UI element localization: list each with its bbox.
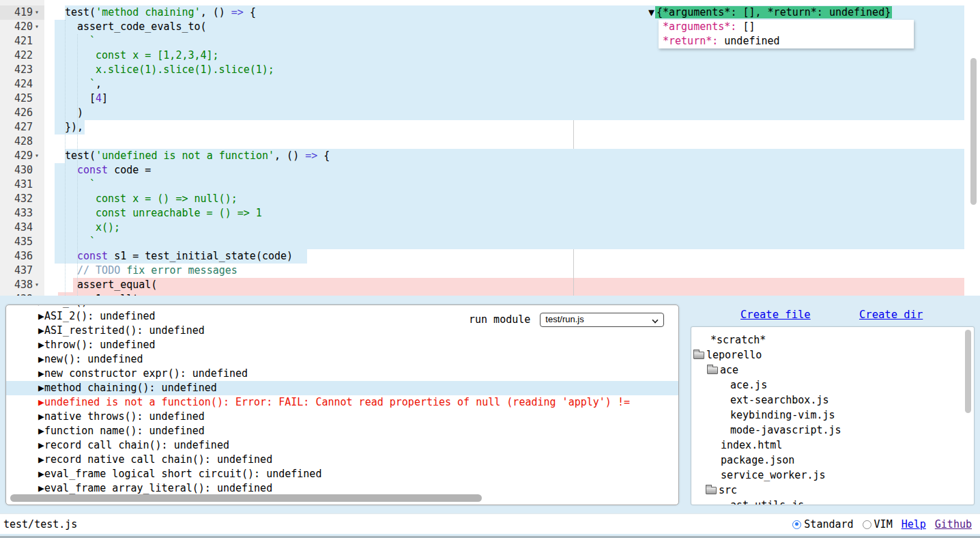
line-highlight bbox=[58, 292, 964, 296]
line-number: 430 bbox=[0, 163, 33, 178]
tooltip-entry-value: [] bbox=[736, 20, 755, 33]
fold-toggle-icon[interactable]: ▾ bbox=[35, 20, 43, 34]
help-link[interactable]: Help bbox=[902, 518, 926, 530]
line-number: 436 bbox=[0, 249, 33, 264]
tree-item-ast-utils.js[interactable]: ast_utils.js bbox=[730, 498, 804, 505]
line-highlight bbox=[55, 77, 964, 91]
code-line-439[interactable]: s1.calltree bbox=[89, 292, 157, 296]
tree-item-label: src bbox=[719, 483, 737, 498]
folder-icon bbox=[707, 367, 718, 374]
file-tree-panel[interactable]: *scratch*leporelloaceace.jsext-searchbox… bbox=[691, 326, 975, 505]
code-line-437[interactable]: // TODO fix error messages bbox=[77, 264, 237, 278]
line-number: 428 bbox=[0, 134, 33, 149]
line-highlight bbox=[55, 106, 964, 120]
run-module-select[interactable]: test/run.js bbox=[540, 313, 664, 327]
code-line-433[interactable]: const unreachable = () => 1 bbox=[96, 206, 262, 221]
code-editor[interactable]: 419▾test('method chaining', () => {420▾a… bbox=[0, 0, 980, 296]
keybinding-mode-standard[interactable]: Standard bbox=[792, 518, 853, 530]
create-file-link[interactable]: Create file bbox=[740, 309, 811, 321]
fold-toggle-icon[interactable]: ▾ bbox=[35, 5, 43, 20]
code-line-430[interactable]: const code = bbox=[77, 163, 151, 178]
code-line-425[interactable]: [4] bbox=[89, 91, 108, 106]
radio-label: Standard bbox=[804, 518, 853, 530]
test-result-row[interactable]: ▶ASI_1(): undefined bbox=[6, 305, 678, 309]
code-line-431[interactable]: ` bbox=[89, 178, 96, 192]
code-line-436[interactable]: const s1 = test_initial_state(code) bbox=[77, 249, 293, 264]
line-number: 420 bbox=[0, 20, 33, 34]
create-dir-link[interactable]: Create dir bbox=[859, 309, 923, 321]
radio-standard[interactable] bbox=[792, 520, 801, 529]
code-line-438[interactable]: assert_equal( bbox=[77, 278, 157, 292]
tree-item-service-worker.js[interactable]: service_worker.js bbox=[721, 468, 826, 483]
fold-toggle-icon[interactable]: ▾ bbox=[35, 278, 43, 292]
code-line-426[interactable]: ) bbox=[77, 106, 83, 120]
tooltip-entry[interactable]: *return*: undefined bbox=[663, 34, 914, 48]
test-result-row[interactable]: ▶method chaining(): undefined bbox=[6, 381, 678, 395]
tree-item-label: keybinding-vim.js bbox=[730, 408, 835, 423]
code-line-421[interactable]: ` bbox=[89, 34, 96, 48]
radio-vim[interactable] bbox=[863, 520, 871, 529]
test-result-row[interactable]: ▶undefined is not a function(): Error: F… bbox=[6, 395, 678, 410]
tooltip-entry[interactable]: *arguments*: [] bbox=[663, 20, 914, 34]
code-line-423[interactable]: x.slice(1).slice(1).slice(1); bbox=[96, 63, 274, 77]
tree-item-package.json[interactable]: package.json bbox=[721, 453, 794, 468]
test-results-panel[interactable]: ▶ASI_1(): undefined▶ASI_2(): undefined▶A… bbox=[5, 305, 679, 505]
line-number: 432 bbox=[0, 192, 33, 206]
test-result-row[interactable]: ▶new(): undefined bbox=[6, 352, 678, 367]
test-result-row[interactable]: ▶throw(): undefined bbox=[6, 338, 678, 352]
github-link[interactable]: Github bbox=[935, 518, 972, 530]
tooltip-summary-line[interactable]: ▼{*arguments*: [], *return*: undefined} bbox=[648, 5, 892, 20]
results-hscrollbar-thumb[interactable] bbox=[10, 494, 482, 502]
value-inspector-tooltip: ▼{*arguments*: [], *return*: undefined} … bbox=[648, 5, 892, 20]
line-number: 439 bbox=[0, 292, 33, 296]
test-result-row[interactable]: ▶new constructor expr(): undefined bbox=[6, 367, 678, 381]
editor-scrollbar-thumb[interactable] bbox=[970, 58, 977, 205]
tree-item-index.html[interactable]: index.html bbox=[721, 438, 782, 453]
line-highlight bbox=[55, 235, 964, 249]
test-result-row[interactable]: ▶record call chain(): undefined bbox=[6, 438, 678, 453]
test-result-row[interactable]: ▶record native call chain(): undefined bbox=[6, 453, 678, 467]
tree-item-leporello[interactable]: leporello bbox=[693, 348, 762, 363]
test-result-row[interactable]: ▶function name(): undefined bbox=[6, 424, 678, 438]
line-number: 423 bbox=[0, 63, 33, 77]
code-line-435[interactable]: ` bbox=[89, 235, 96, 249]
tree-item-ext-searchbox.js[interactable]: ext-searchbox.js bbox=[730, 393, 829, 408]
tree-item-label: ast_utils.js bbox=[730, 498, 804, 505]
test-result-row[interactable]: ▶eval_frame logical short circuit(): und… bbox=[6, 467, 678, 481]
code-line-432[interactable]: const x = () => null(); bbox=[96, 192, 237, 206]
fold-toggle-icon[interactable]: ▾ bbox=[35, 149, 43, 163]
code-line-420[interactable]: assert_code_evals_to( bbox=[77, 20, 207, 34]
tree-item--scratch-[interactable]: *scratch* bbox=[710, 332, 766, 348]
line-number: 426 bbox=[0, 106, 33, 120]
test-result-row[interactable]: ▶eval_frame array_literal(): undefined bbox=[6, 481, 678, 496]
tree-item-mode-javascript.js[interactable]: mode-javascript.js bbox=[730, 423, 841, 438]
line-number: 425 bbox=[0, 91, 33, 106]
indent-guide bbox=[77, 34, 78, 296]
chevron-down-icon bbox=[652, 317, 658, 321]
code-line-434[interactable]: x(); bbox=[96, 221, 120, 235]
tree-item-label: mode-javascript.js bbox=[730, 423, 841, 438]
code-line-419[interactable]: test('method chaining', () => { bbox=[65, 5, 256, 20]
line-number: 429 bbox=[0, 149, 33, 163]
file-panel-header: Create file Create dir bbox=[691, 309, 975, 325]
tree-item-ace[interactable]: ace bbox=[707, 363, 738, 378]
tree-item-keybinding-vim.js[interactable]: keybinding-vim.js bbox=[730, 408, 835, 423]
tooltip-entry-key: *arguments*: bbox=[663, 20, 736, 33]
tooltip-entry-key: *return*: bbox=[663, 35, 718, 47]
tooltip-expanded-values: *arguments*: []*return*: undefined bbox=[659, 20, 914, 48]
tree-item-label: ext-searchbox.js bbox=[730, 393, 829, 408]
code-line-429[interactable]: test('undefined is not a function', () =… bbox=[65, 149, 330, 163]
line-number: 421 bbox=[0, 34, 33, 48]
line-number: 433 bbox=[0, 206, 33, 221]
collapse-arrow-icon[interactable]: ▼ bbox=[648, 6, 655, 18]
tree-scrollbar-thumb[interactable] bbox=[965, 330, 971, 413]
code-line-424[interactable]: `, bbox=[89, 77, 102, 91]
tree-item-label: service_worker.js bbox=[721, 468, 826, 483]
test-result-row[interactable]: ▶native throws(): undefined bbox=[6, 410, 678, 424]
code-line-427[interactable]: }), bbox=[65, 120, 83, 134]
keybinding-mode-vim[interactable]: VIM bbox=[863, 518, 893, 530]
line-number: 422 bbox=[0, 48, 33, 63]
code-line-422[interactable]: const x = [1,2,3,4]; bbox=[96, 48, 219, 63]
tree-item-ace.js[interactable]: ace.js bbox=[730, 378, 767, 393]
tree-item-src[interactable]: src bbox=[706, 483, 737, 498]
